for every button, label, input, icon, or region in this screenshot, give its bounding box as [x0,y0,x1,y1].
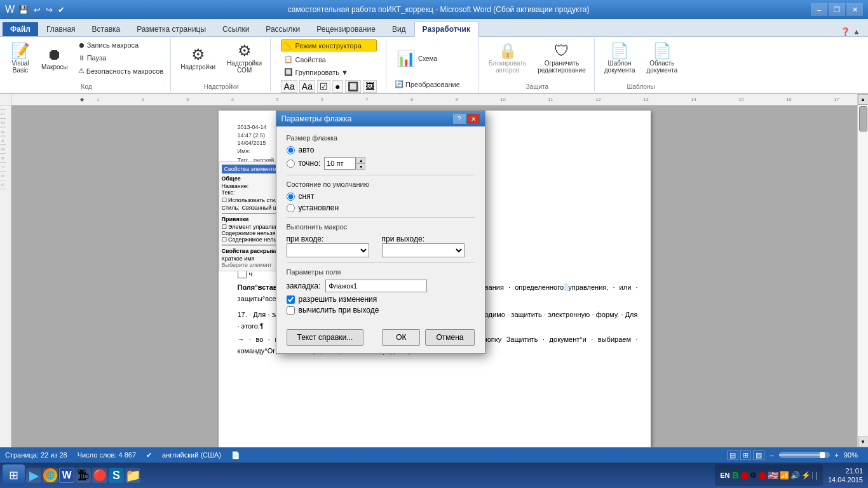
qat-save[interactable]: 💾 [17,5,30,15]
lang-indicator[interactable]: EN [719,471,731,479]
radio-exact[interactable] [287,159,295,168]
doc-area-label: Областьдокумента [647,60,678,74]
flag-icon[interactable]: 🇺🇸 [768,470,778,480]
bookmark-input[interactable] [325,280,427,292]
ok-button[interactable]: ОК [382,329,420,346]
ctrl-icon-6[interactable]: 🖼 [363,80,377,93]
taskbar-torrent[interactable]: 🔴 [92,468,107,483]
tab-file[interactable]: Файл [3,22,38,36]
tab-page-layout[interactable]: Разметка страницы [128,22,214,36]
vertical-scrollbar: ▲ ▼ [857,94,868,447]
taskbar-archiver[interactable]: 🗜 [76,468,91,483]
doc-highlighted-3 [564,283,568,291]
restore-button[interactable]: ❐ [829,3,845,16]
ctrl-icon-5[interactable]: 🔲 [345,80,361,93]
scroll-track[interactable] [858,105,868,437]
ctrl-icon-1[interactable]: Аа [281,80,297,93]
view-layout-1[interactable]: ▤ [727,451,738,460]
ctrl-icon-4[interactable]: ● [332,80,342,93]
com-addins-button[interactable]: ⚙ НадстройкиCOM [222,39,266,78]
close-button[interactable]: ✕ [846,3,863,16]
cancel-button[interactable]: Отмена [425,329,474,346]
tab-review[interactable]: Рецензирование [308,22,384,36]
scroll-thumb[interactable] [859,106,867,132]
document-area[interactable]: 2013-04-14 14:47 (2.5) 14/04/2015 Имя: Т… [11,105,857,447]
tab-insert[interactable]: Вставка [84,22,129,36]
language[interactable]: английский (США) [162,451,221,459]
network-icon[interactable]: 📶 [780,471,789,480]
exact-value-input[interactable] [324,157,356,170]
tab-developer[interactable]: Разработчик [414,22,478,37]
properties-button[interactable]: 📋 Свойства [281,53,376,65]
dialog-close-button[interactable]: ✕ [467,114,480,124]
help-text-button[interactable]: Текст справки... [287,329,364,346]
view-layout-2[interactable]: ⊞ [740,451,751,460]
taskbar-browser[interactable]: 🌐 [43,468,58,483]
spin-down[interactable]: ▼ [356,163,365,170]
kaspersky-icon[interactable]: B [733,470,739,480]
doc-template-button[interactable]: 📄 Шаблондокумента [600,39,640,78]
zoom-slider[interactable] [779,452,830,458]
system-clock[interactable]: 21:01 14.04.2015 [825,466,865,485]
ribbon-help-icon[interactable]: ❓ [841,27,850,36]
transform-button[interactable]: 🔄 Преобразование [391,78,463,90]
minimize-button[interactable]: – [811,3,827,16]
vertical-ruler: │ 1 │ 2 │ 3 │ 4 │ 5 │ 6 │ 7 │ 8 │ 9 │ [0,105,11,447]
macros-button[interactable]: ⏺ Макросы [37,39,72,78]
allow-changes-checkbox[interactable] [287,295,295,304]
zoom-in-button[interactable]: + [835,451,839,459]
calc-on-exit-checkbox[interactable] [287,306,295,315]
zoom-out-button[interactable]: – [770,451,773,459]
restrict-editing-button[interactable]: 🛡 Ограничитьредактирование [533,39,590,78]
group-button[interactable]: 🔲 Группировать ▼ [281,66,376,78]
zoom-handle[interactable] [820,452,825,458]
block-authors-button[interactable]: 🔒 Блокироватьавторов [484,39,531,78]
start-button[interactable]: ⊞ [3,464,25,486]
schema-button[interactable]: 📊 Схема [391,39,442,78]
dialog-help-button[interactable]: ? [453,114,466,124]
tab-home[interactable]: Главная [38,22,84,36]
design-mode-button[interactable]: 📐 Режим конструктора [281,39,376,51]
ribbon-expand-icon[interactable]: ▲ [853,27,860,36]
qat-abc[interactable]: ✔ [57,5,66,15]
antivirus-icon[interactable]: ⬤ [740,471,749,480]
view-layout-3[interactable]: ▧ [753,451,764,460]
on-exit-dropdown[interactable] [382,243,465,257]
on-enter-dropdown[interactable] [287,243,369,257]
record-macro-button[interactable]: ⏺ Запись макроса [75,39,167,51]
power-icon[interactable]: ⚡ [801,471,811,480]
on-exit-col: при выходе: [382,234,465,257]
pause-macro-button[interactable]: ⏸ Пауза [75,52,167,64]
qat-undo[interactable]: ↩ [32,5,42,15]
taskbar-skype[interactable]: S [109,468,124,483]
settings-tray-icon[interactable]: ⚙ [750,471,757,480]
tab-references[interactable]: Ссылки [214,22,257,36]
volume-icon[interactable]: 🔊 [790,471,800,480]
show-desktop-icon[interactable]: │ [812,472,819,479]
doc-area-button[interactable]: 📄 Областьдокумента [642,39,682,78]
radio-checked[interactable] [287,204,295,212]
addins-button[interactable]: ⚙ Надстройки [176,39,220,78]
spin-up[interactable]: ▲ [356,157,365,163]
virus-alert-icon[interactable]: ⬤ [758,471,766,480]
spell-check-icon[interactable]: ✔ [146,451,152,459]
taskbar-word[interactable]: W [59,468,74,483]
taskbar: ⊞ ▶ 🌐 W 🗜 🔴 S 📁 EN B ⬤ ⚙ ⬤ 🇺🇸 📶 🔊 ⚡ │ 21… [0,463,868,488]
taskbar-explorer[interactable]: 📁 [125,468,140,483]
taskbar-media-player[interactable]: ▶ [26,468,41,483]
tab-mailings[interactable]: Рассылки [257,22,308,36]
addins-icon: ⚙ [191,47,205,62]
tab-view[interactable]: Вид [384,22,414,36]
macro-security-button[interactable]: ⚠ Безопасность макросов [75,65,167,77]
visual-basic-button[interactable]: 📝 VisualBasic [6,39,34,78]
ctrl-icon-3[interactable]: ☑ [317,80,330,93]
qat-redo[interactable]: ↪ [44,5,54,15]
radio-unchecked[interactable] [287,193,295,201]
radio-auto[interactable] [287,146,295,154]
exact-value-spinner[interactable]: ▲ ▼ [324,157,365,170]
ctrl-icon-2[interactable]: Аа [299,80,315,93]
zoom-level[interactable]: 90% [844,451,863,459]
block-authors-label: Блокироватьавторов [489,60,526,74]
scroll-down-button[interactable]: ▼ [858,437,869,447]
scroll-up-button[interactable]: ▲ [858,94,869,105]
